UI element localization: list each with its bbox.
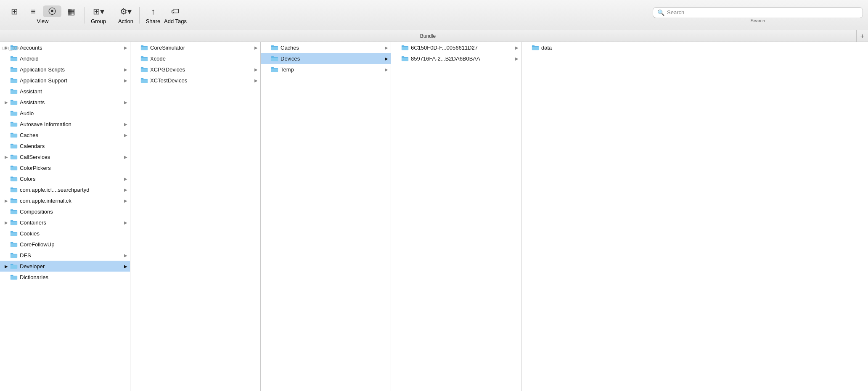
list-item[interactable]: XCTestDevices▶ — [130, 75, 260, 86]
folder-icon — [10, 274, 18, 280]
col5-list: data — [521, 42, 868, 53]
item-name: 6C150F0D-F...0056611D27 — [411, 45, 513, 51]
list-view-button[interactable]: ≡ — [24, 5, 42, 17]
chevron-right-icon: ▶ — [124, 188, 127, 192]
chevron-right-icon: ▶ — [385, 67, 388, 72]
group-label: Group — [91, 18, 106, 24]
chevron-right-icon: ▶ — [124, 100, 127, 105]
list-item[interactable]: ▶ Containers▶ — [0, 217, 130, 228]
icon-view-button[interactable]: ⊞ — [5, 5, 24, 17]
list-item[interactable]: ▶ com.apple.internal.ck▶ — [0, 195, 130, 206]
list-item[interactable]: 6C150F0D-F...0056611D27▶ — [391, 42, 521, 53]
list-item[interactable]: Compositions — [0, 206, 130, 217]
folder-icon — [10, 263, 18, 269]
chevron-right-icon: ▶ — [124, 78, 127, 83]
list-item[interactable]: Xcode — [130, 53, 260, 64]
item-name: Android — [20, 55, 127, 62]
column-3: Caches▶ Devices▶ Temp▶ — [261, 42, 391, 391]
list-item[interactable]: Cookies — [0, 228, 130, 239]
list-item[interactable]: Application Support▶ — [0, 75, 130, 86]
chevron-right-icon: ▶ — [515, 45, 519, 50]
column-2: CoreSimulator▶ Xcode XCPGDevices▶ XCTest… — [130, 42, 261, 391]
folder-icon — [10, 143, 18, 149]
expand-arrow-icon: ▶ — [3, 45, 9, 50]
col1-list: ▶ Accounts▶ Android Application Scripts▶… — [0, 42, 130, 283]
bundle-header-label: Bundle — [420, 33, 436, 39]
item-name: Dictionaries — [20, 274, 127, 280]
list-item[interactable]: Application Scripts▶ — [0, 64, 130, 75]
item-name: Assistant — [20, 88, 127, 95]
column-4: 6C150F0D-F...0056611D27▶ 859716FA-2...B2… — [391, 42, 521, 391]
chevron-right-icon: ▶ — [124, 67, 127, 72]
group-group: ⊞▾ Group — [89, 5, 108, 24]
list-item[interactable]: 859716FA-2...B2DA6B0BAA▶ — [391, 53, 521, 64]
list-item[interactable]: com.apple.icl....searchpartyd▶ — [0, 184, 130, 195]
column-view-button[interactable]: ⦿ — [43, 5, 61, 17]
list-item[interactable]: ColorPickers — [0, 162, 130, 173]
list-item[interactable]: Caches▶ — [0, 129, 130, 140]
list-item[interactable]: ▶ CallServices▶ — [0, 151, 130, 162]
item-name: Devices — [281, 55, 383, 62]
list-item[interactable]: data — [521, 42, 868, 53]
item-name: Application Scripts — [20, 66, 122, 73]
chevron-right-icon: ▶ — [124, 220, 127, 225]
list-item[interactable]: Assistant — [0, 86, 130, 97]
action-group: ⚙▾ Action — [116, 5, 135, 24]
folder-icon — [140, 45, 148, 50]
folder-icon — [532, 45, 539, 50]
action-label: Action — [118, 18, 133, 24]
gallery-view-button[interactable]: ▦ — [62, 5, 80, 17]
plus-icon: + — [860, 32, 864, 40]
folder-icon — [10, 45, 18, 50]
gallery-view-icon: ▦ — [67, 7, 75, 16]
browser-container: uth_token ▶ Accounts▶ Android Applicatio… — [0, 42, 868, 391]
list-item[interactable]: DES▶ — [0, 250, 130, 261]
share-button[interactable]: ↑ — [144, 5, 162, 17]
item-name: DES — [20, 252, 122, 259]
list-item[interactable]: Audio — [0, 108, 130, 119]
list-item[interactable]: Autosave Information▶ — [0, 119, 130, 129]
list-item[interactable]: Calendars — [0, 140, 130, 151]
chevron-right-icon: ▶ — [124, 122, 127, 127]
group-icon: ⊞▾ — [93, 7, 104, 16]
list-item[interactable]: ▶ Accounts▶ — [0, 42, 130, 53]
list-item[interactable]: CoreFollowUp — [0, 239, 130, 250]
search-group: 🔍 Search — [653, 7, 863, 23]
group-button[interactable]: ⊞▾ — [89, 5, 108, 17]
list-item[interactable]: Colors▶ — [0, 173, 130, 184]
list-item[interactable]: Dictionaries — [0, 272, 130, 283]
search-input[interactable] — [667, 9, 858, 16]
folder-icon — [10, 187, 18, 193]
list-item[interactable]: Devices▶ — [261, 53, 391, 64]
expand-arrow-icon: ▶ — [3, 220, 9, 225]
item-name: 859716FA-2...B2DA6B0BAA — [411, 55, 513, 62]
list-item[interactable]: XCPGDevices▶ — [130, 64, 260, 75]
item-name: Application Support — [20, 77, 122, 84]
column-5: data — [521, 42, 868, 391]
item-name: Audio — [20, 110, 127, 116]
list-item[interactable]: CoreSimulator▶ — [130, 42, 260, 53]
chevron-right-icon: ▶ — [124, 264, 127, 269]
item-name: data — [541, 45, 865, 51]
folder-icon — [10, 165, 18, 171]
item-name: XCTestDevices — [150, 77, 253, 84]
chevron-right-icon: ▶ — [124, 45, 127, 50]
action-button[interactable]: ⚙▾ — [116, 5, 135, 17]
folder-icon — [140, 55, 148, 61]
item-name: Caches — [20, 132, 122, 138]
item-name: XCPGDevices — [150, 66, 253, 73]
list-item[interactable]: ▶ Assistants▶ — [0, 97, 130, 108]
add-column-button[interactable]: + — [856, 30, 868, 42]
list-item[interactable]: Temp▶ — [261, 64, 391, 75]
folder-icon — [10, 209, 18, 214]
item-name: Autosave Information — [20, 121, 122, 127]
chevron-right-icon: ▶ — [254, 67, 258, 72]
list-item[interactable]: Android — [0, 53, 130, 64]
item-name: CallServices — [20, 154, 122, 160]
folder-icon — [10, 121, 18, 127]
search-box[interactable]: 🔍 — [653, 7, 863, 18]
add-tags-button[interactable]: 🏷 — [166, 5, 185, 17]
list-item[interactable]: ▶ Developer▶ — [0, 261, 130, 272]
list-item[interactable]: Caches▶ — [261, 42, 391, 53]
chevron-right-icon: ▶ — [385, 56, 388, 61]
